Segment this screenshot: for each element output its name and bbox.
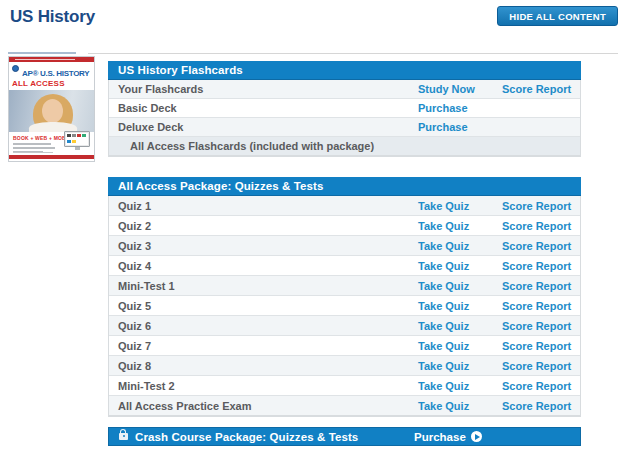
row-label: Quiz 2 (118, 220, 151, 232)
score-report-link[interactable]: Score Report (502, 240, 571, 252)
score-report-link[interactable]: Score Report (502, 360, 571, 372)
header-divider (88, 53, 618, 54)
row-label: Quiz 1 (118, 200, 151, 212)
table-row: Quiz 6Take QuizScore Report (109, 316, 580, 336)
header-divider-accent (8, 52, 76, 54)
book-edition-title: ALL ACCESS (12, 79, 92, 88)
row-label: Quiz 4 (118, 260, 151, 272)
table-row: Quiz 2Take QuizScore Report (109, 216, 580, 236)
take-quiz-link[interactable]: Take Quiz (418, 240, 469, 252)
score-report-link[interactable]: Score Report (502, 300, 571, 312)
table-row: Quiz 5Take QuizScore Report (109, 296, 580, 316)
purchase-link[interactable]: Purchase (418, 121, 468, 133)
row-label: All Access Flashcards (included with pac… (130, 140, 374, 152)
play-arrow-icon (471, 431, 482, 442)
book-cover-top-banner (9, 57, 94, 62)
study-center-page: US History HIDE ALL CONTENT AP® U.S. HIS… (0, 0, 624, 451)
row-label: Your Flashcards (118, 83, 203, 95)
book-cover-footer-text (13, 152, 53, 153)
score-report-link[interactable]: Score Report (502, 83, 571, 95)
score-report-link[interactable]: Score Report (502, 280, 571, 292)
score-report-link[interactable]: Score Report (502, 260, 571, 272)
take-quiz-link[interactable]: Take Quiz (418, 260, 469, 272)
table-row: Deluxe DeckPurchase (109, 118, 580, 137)
table-row: Your FlashcardsStudy NowScore Report (109, 80, 580, 99)
row-label: Basic Deck (118, 102, 177, 114)
take-quiz-link[interactable]: Take Quiz (418, 300, 469, 312)
study-now-link[interactable]: Study Now (418, 83, 475, 95)
row-label: Quiz 3 (118, 240, 151, 252)
page-title: US History (10, 7, 95, 27)
book-series-title: AP® U.S. HISTORY (22, 69, 92, 78)
table-row: All Access Practice ExamTake QuizScore R… (109, 396, 580, 416)
table-row: Quiz 8Take QuizScore Report (109, 356, 580, 376)
score-report-link[interactable]: Score Report (502, 320, 571, 332)
score-report-link[interactable]: Score Report (502, 220, 571, 232)
take-quiz-link[interactable]: Take Quiz (418, 380, 469, 392)
table-row: Mini-Test 2Take QuizScore Report (109, 376, 580, 396)
row-label: Quiz 5 (118, 300, 151, 312)
row-label: Quiz 7 (118, 340, 151, 352)
hide-all-content-button[interactable]: HIDE ALL CONTENT (497, 6, 618, 26)
book-cover-photo (9, 90, 94, 132)
table-row: Basic DeckPurchase (109, 99, 580, 118)
section-all-access-package-quizzes-tests: All Access Package: Quizzes & TestsQuiz … (108, 177, 581, 417)
table-row: All Access Flashcards (included with pac… (109, 137, 580, 156)
sections: US History FlashcardsYour FlashcardsStud… (108, 61, 581, 437)
score-report-link[interactable]: Score Report (502, 340, 571, 352)
lock-icon (119, 433, 128, 440)
take-quiz-link[interactable]: Take Quiz (418, 360, 469, 372)
row-label: Mini-Test 1 (118, 280, 175, 292)
row-label: Quiz 8 (118, 360, 151, 372)
section-header: US History Flashcards (108, 61, 581, 80)
take-quiz-link[interactable]: Take Quiz (418, 340, 469, 352)
take-quiz-link[interactable]: Take Quiz (418, 400, 469, 412)
score-report-link[interactable]: Score Report (502, 380, 571, 392)
publisher-logo-icon (12, 65, 19, 72)
crash-course-purchase-link[interactable]: Purchase (414, 431, 482, 443)
book-cover: AP® U.S. HISTORY ALL ACCESS BOOK + WEB +… (8, 56, 95, 162)
row-label: Quiz 6 (118, 320, 151, 332)
table-row: Quiz 7Take QuizScore Report (109, 336, 580, 356)
purchase-link[interactable]: Purchase (418, 102, 468, 114)
row-label: All Access Practice Exam (118, 400, 252, 412)
take-quiz-link[interactable]: Take Quiz (418, 280, 469, 292)
row-label: Deluxe Deck (118, 121, 183, 133)
table-row: Quiz 1Take QuizScore Report (109, 196, 580, 216)
section-header: All Access Package: Quizzes & Tests (108, 177, 581, 196)
take-quiz-link[interactable]: Take Quiz (418, 200, 469, 212)
take-quiz-link[interactable]: Take Quiz (418, 320, 469, 332)
take-quiz-link[interactable]: Take Quiz (418, 220, 469, 232)
section-us-history-flashcards: US History FlashcardsYour FlashcardsStud… (108, 61, 581, 157)
book-cover-bottom-banner (9, 155, 94, 159)
table-row: Mini-Test 1Take QuizScore Report (109, 276, 580, 296)
laptop-graphic (64, 131, 90, 147)
crash-course-title: Crash Course Package: Quizzes & Tests (135, 431, 358, 443)
table-row: Quiz 4Take QuizScore Report (109, 256, 580, 276)
score-report-link[interactable]: Score Report (502, 400, 571, 412)
row-label: Mini-Test 2 (118, 380, 175, 392)
crash-course-bar: Crash Course Package: Quizzes & Tests Pu… (108, 427, 581, 446)
purchase-label: Purchase (414, 431, 466, 443)
score-report-link[interactable]: Score Report (502, 200, 571, 212)
table-row: Quiz 3Take QuizScore Report (109, 236, 580, 256)
